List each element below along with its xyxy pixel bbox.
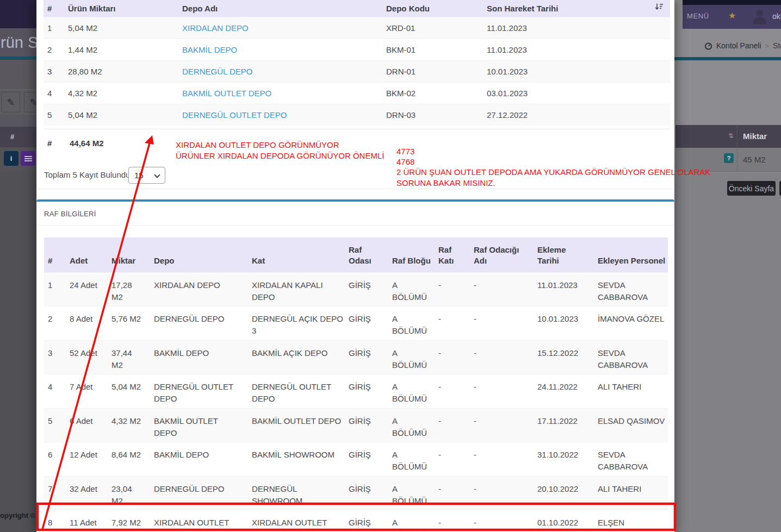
table-row: 4 7 Adet 5,04 M2 DERNEGÜL OUTLET DEPO DE… [44,374,668,409]
col-header-raf-kati: Raf Katı [435,237,470,272]
depot-stock-table: # Ürün Miktarı Depo Adı Depo Kodu Son Ha… [44,0,670,126]
cell-code: BKM-01 [382,39,483,60]
col-header-qty: Ürün Miktarı [64,0,178,17]
column-divider [737,125,737,148]
table-header-row: # Ürün Miktarı Depo Adı Depo Kodu Son Ha… [44,0,670,17]
background-band [0,115,36,127]
depot-stock-card: # Ürün Miktarı Depo Adı Depo Kodu Son Ha… [36,0,674,189]
pencil-icon: ✎ [29,97,36,108]
hash-column-header: # [10,133,14,141]
col-header-last-movement: Son Hareket Tarihi [483,0,670,17]
background-right: MENÜ ★ okukl Kontol Paneli > Stokla ⇅ Mi… [674,0,781,532]
edit-button-2[interactable]: ✎ [24,92,36,112]
depot-link[interactable]: XIRDALAN DEPO [182,23,249,33]
depot-link[interactable]: DERNEGÜL DEPO [182,67,252,76]
page-size-value: 15 [134,171,144,180]
table-row: 7 32 Adet 23,04 M2 DERNEGÜL DEPO DERNEGÜ… [44,476,668,510]
cell-date: 11.01.2023 [483,39,670,60]
screen: rün S ✎ ✎ # i opyright © [0,0,781,532]
record-count-summary: Toplam 5 Kayıt Bulundu. [44,170,133,179]
table-row-highlighted: 8 11 Adet 7,92 M2 XIRDALAN OUTLET DEPO X… [44,510,668,532]
cell-num: 5 [44,104,64,126]
page-size-select[interactable]: 15 [128,167,165,184]
copyright-text: opyright © [0,511,35,520]
table-row: 4 4,32 M2 BAKMİL OUTLET DEPO BKM-02 03.0… [44,82,670,104]
col-header-adet: Adet [66,237,108,272]
cell-code: DRN-03 [382,104,483,126]
cell-num: 1 [44,17,64,39]
cell-code: XRD-01 [382,17,483,39]
star-icon[interactable]: ★ [728,10,736,21]
help-badge[interactable]: ? [724,153,734,163]
cell-qty: 5,04 M2 [64,17,178,39]
cell-num: 4 [44,82,64,104]
table-row: 5 6 Adet 4,32 M2 BAKMİL OUTLET DEPO BAKM… [44,408,668,442]
depot-link[interactable]: BAKMİL DEPO [182,45,237,54]
col-header-raf-odasi: Raf Odası [345,237,388,272]
user-name[interactable]: okukl [772,12,781,21]
raf-table: # Adet Miktar Depo Kat Raf Odası Raf Blo… [44,237,668,532]
cell-code: DRN-01 [382,60,483,82]
cell-date: 11.01.2023 [483,17,670,39]
col-header-raf-blogu: Raf Bloğu [388,237,435,272]
page-title-band: rün S [0,28,36,57]
breadcrumb-separator: > [765,42,770,50]
cell-date: 27.12.2022 [483,104,670,126]
col-header-miktar: Miktar [108,237,150,272]
col-header-raf-odacigi-adi: Raf Odacığı Adı [470,237,534,272]
col-header-ekleyen-personel: Ekleyen Personel [594,237,668,272]
pencil-icon: ✎ [7,97,14,108]
background-band: i [0,147,36,171]
cell-date: 10.01.2023 [483,60,670,82]
cell-qty: 4,32 M2 [64,82,178,104]
list-button[interactable] [21,151,35,166]
cell-qty: 28,80 M2 [64,60,178,82]
table-row: 2 8 Adet 5,76 M2 DERNEGÜL DEPO DERNEGÜL … [44,306,668,341]
chevron-down-icon [154,172,160,178]
col-header-ekleme-tarihi: Ekleme Tarihi [534,237,594,272]
col-header-depo: Depo [150,237,248,272]
cell-date: 03.01.2023 [483,82,670,104]
depot-link[interactable]: BAKMİL OUTLET DEPO [182,89,271,98]
section-title: RAF BİLGİLERİ [44,210,96,218]
background-table-header: # [0,127,36,147]
page-title: rün S [1,34,36,52]
raf-info-card: RAF BİLGİLERİ # Adet Miktar Depo Kat Raf… [36,199,674,532]
col-header-num: # [44,237,66,272]
table-row: 3 28,80 M2 DERNEGÜL DEPO DRN-01 10.01.20… [44,60,670,82]
miktar-column-header: Miktar [743,132,767,141]
miktar-value: 45 M2 [743,155,766,164]
cell-num: 2 [44,39,64,60]
sort-amount-icon[interactable] [655,3,664,11]
toolbar: ✎ ✎ [0,89,36,115]
column-divider [737,148,737,171]
background-band [0,60,36,89]
user-avatar-icon[interactable] [751,8,768,26]
col-header-depot-code: Depo Kodu [382,0,483,17]
background-left: rün S ✎ ✎ # i opyright © [0,0,36,532]
table-row: 6 12 Adet 8,64 M2 BAKMİL DEPO BAKMİL SHO… [44,442,668,477]
cell-num: 3 [44,60,64,82]
teal-divider-right [674,57,781,60]
navbar-right: MENÜ ★ okukl [683,5,781,29]
stock-detail-panel: # Ürün Miktarı Depo Adı Depo Kodu Son Ha… [36,0,674,532]
breadcrumb-home[interactable]: Kontol Paneli [716,41,761,50]
list-icon [24,156,32,161]
table-header-row: # Adet Miktar Depo Kat Raf Odası Raf Blo… [44,237,668,272]
info-button[interactable]: i [4,151,18,166]
depot-link[interactable]: DERNEGÜL OUTLET DEPO [182,110,287,120]
menu-button[interactable]: MENÜ [687,12,709,20]
table-row: 2 1,44 M2 BAKMİL DEPO BKM-01 11.01.2023 [44,39,670,60]
col-header-num: # [44,0,64,17]
previous-page-button[interactable]: Önceki Sayfa [727,181,776,196]
edit-button[interactable]: ✎ [1,92,20,112]
breadcrumb-current: Stokla [773,41,781,50]
background-table-header: ⇅ Miktar [675,125,781,148]
window-top-bar [683,0,781,5]
table-row: 3 52 Adet 37,44 M2 BAKMİL DEPO BAKMİL AÇ… [44,340,668,374]
sort-icon[interactable]: ⇅ [728,132,734,140]
col-header-kat: Kat [248,237,345,272]
col-header-depot-name: Depo Adı [178,0,382,17]
navbar-left [0,0,36,28]
breadcrumb: Kontol Paneli > Stokla [704,41,781,50]
